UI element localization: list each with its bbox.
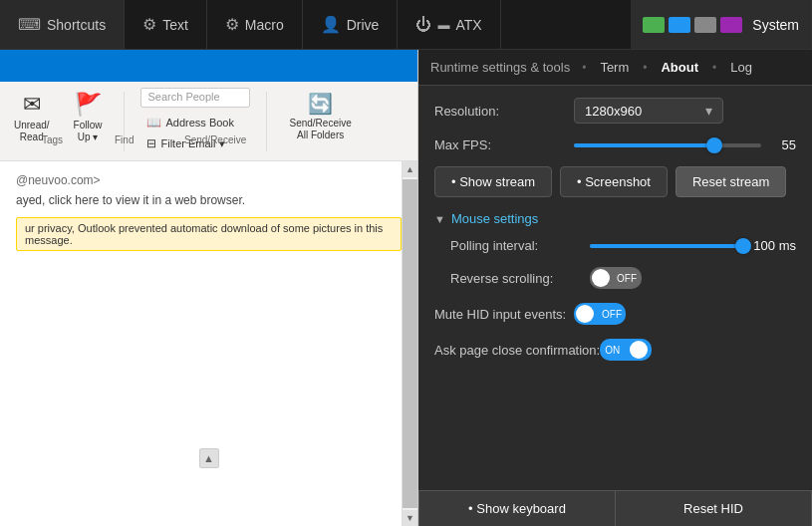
sys-icon-green — [643, 17, 665, 33]
unread-icon: ✉ — [23, 92, 41, 118]
toggle-knob-reverse — [592, 269, 610, 287]
email-warning: ur privacy, Outlook prevented automatic … — [16, 217, 402, 251]
resolution-row: Resolution: 1280x960 ▾ — [434, 98, 796, 124]
address-book-label: Address Book — [165, 117, 233, 129]
tab-term[interactable]: Term — [594, 58, 635, 77]
ribbon-address-book[interactable]: 📖 Address Book — [140, 114, 250, 132]
polling-slider-thumb[interactable] — [735, 238, 751, 254]
dropdown-arrow-icon: ▾ — [705, 103, 712, 119]
separator-2: • — [643, 61, 647, 75]
tags-label: Tags — [42, 134, 63, 145]
stream-action-buttons: • Show stream • Screenshot Reset stream — [434, 166, 796, 197]
maxfps-slider-thumb[interactable] — [706, 137, 722, 153]
main-area: ✉ Unread/Read 🚩 FollowUp ▾ Search People… — [0, 50, 812, 526]
search-people-input[interactable]: Search People — [140, 88, 250, 108]
flag-icon: 🚩 — [75, 92, 102, 118]
maxfps-label: Max FPS: — [434, 137, 574, 152]
outlook-content: @neuvoo.com> ayed, click here to view it… — [0, 161, 417, 263]
scroll-up-btn[interactable]: ▲ — [199, 448, 219, 468]
mouse-settings-header[interactable]: ▼ Mouse settings — [434, 211, 796, 226]
nav-macro[interactable]: ⚙ Macro — [207, 0, 303, 49]
ask-page-close-toggle[interactable]: ON — [600, 339, 652, 361]
bottom-action-row: • Show keyboard Reset HID — [418, 490, 812, 526]
mouse-settings-group: Polling interval: 100 ms Reverse scrolli… — [434, 238, 796, 289]
filter-icon: ⊟ — [146, 136, 156, 150]
outlook-ribbon — [0, 50, 417, 82]
tab-log[interactable]: Log — [724, 58, 758, 77]
resolution-label: Resolution: — [434, 104, 574, 119]
scroll-up-arrow[interactable]: ▲ — [403, 161, 418, 177]
atx-icon2: ▬ — [437, 18, 449, 32]
follow-up-label: FollowUp ▾ — [74, 120, 103, 143]
sys-icon-blue — [669, 17, 690, 33]
subtabs-bar: Runtime settings & tools • Term • About … — [418, 50, 812, 86]
scrollbar: ▲ ▼ — [402, 161, 417, 526]
maxfps-row: Max FPS: 55 — [434, 137, 796, 152]
mute-hid-state: OFF — [602, 309, 622, 320]
polling-slider-fill — [590, 244, 743, 248]
keyboard-icon: ⌨ — [18, 15, 41, 34]
mute-hid-label: Mute HID input events: — [434, 307, 574, 322]
drive-icon: 👤 — [321, 15, 341, 34]
ribbon-send-receive[interactable]: 🔄 Send/ReceiveAll Folders — [283, 88, 357, 145]
nav-system[interactable]: System — [631, 0, 812, 49]
left-panel: ✉ Unread/Read 🚩 FollowUp ▾ Search People… — [0, 50, 418, 526]
separator-3: • — [712, 61, 716, 75]
polling-label: Polling interval: — [450, 238, 590, 253]
mouse-settings-title: Mouse settings — [451, 211, 538, 226]
gear-icon-text: ⚙ — [142, 15, 156, 34]
find-label: Find — [115, 134, 134, 145]
ask-page-close-state: ON — [605, 345, 620, 356]
reset-stream-button[interactable]: Reset stream — [676, 166, 786, 197]
sys-icon-purple — [720, 17, 742, 33]
power-icon: ⏻ — [415, 16, 431, 34]
resolution-value: 1280x960 — [585, 104, 642, 119]
maxfps-value: 55 — [771, 137, 796, 152]
send-receive-label: Send/ReceiveAll Folders — [289, 118, 351, 141]
gear-icon-macro: ⚙ — [225, 15, 239, 34]
mute-hid-toggle[interactable]: OFF — [574, 303, 626, 325]
reverse-scrolling-row: Reverse scrolling: OFF — [450, 267, 796, 289]
scroll-thumb[interactable] — [403, 179, 417, 508]
polling-slider-container: 100 ms — [590, 238, 796, 253]
nav-macro-label: Macro — [245, 17, 284, 33]
outlook-ribbon-bar: ✉ Unread/Read 🚩 FollowUp ▾ Search People… — [0, 82, 417, 161]
email-body: ayed, click here to view it in a web bro… — [16, 191, 402, 209]
book-icon: 📖 — [146, 116, 161, 130]
ask-page-close-label: Ask page close confirmation: — [434, 343, 600, 358]
nav-atx[interactable]: ⏻ ▬ ATX — [398, 0, 500, 49]
nav-atx-label: ATX — [455, 17, 481, 33]
show-stream-button[interactable]: • Show stream — [434, 166, 552, 197]
send-receive-icon: 🔄 — [308, 92, 333, 116]
maxfps-slider-container: 55 — [574, 137, 796, 152]
resolution-dropdown[interactable]: 1280x960 ▾ — [574, 98, 723, 124]
tab-about[interactable]: About — [655, 58, 704, 77]
nav-text-label: Text — [162, 17, 188, 33]
polling-value: 100 ms — [753, 238, 796, 253]
right-panel: Runtime settings & tools • Term • About … — [418, 50, 812, 526]
nav-shortcuts-label: Shortcuts — [47, 17, 106, 33]
email-from: @neuvoo.com> — [16, 173, 402, 187]
nav-text[interactable]: ⚙ Text — [125, 0, 207, 49]
subtabs-label: Runtime settings & tools — [430, 60, 570, 75]
screenshot-button[interactable]: • Screenshot — [560, 166, 668, 197]
reverse-scrolling-toggle[interactable]: OFF — [590, 267, 642, 289]
nav-shortcuts[interactable]: ⌨ Shortcuts — [0, 0, 125, 49]
mute-hid-row: Mute HID input events: OFF — [434, 303, 796, 325]
reset-hid-button[interactable]: Reset HID — [616, 490, 812, 526]
nav-drive-label: Drive — [347, 17, 380, 33]
settings-content: Resolution: 1280x960 ▾ Max FPS: 55 — [418, 86, 812, 486]
send-receive-group-label: Send/Receive — [184, 134, 246, 145]
sys-icon-gray — [694, 17, 716, 33]
scroll-down-arrow[interactable]: ▼ — [403, 510, 418, 526]
show-keyboard-button[interactable]: • Show keyboard — [418, 490, 616, 526]
polling-slider-track — [590, 244, 743, 248]
nav-drive[interactable]: 👤 Drive — [303, 0, 399, 49]
search-placeholder: Search People — [147, 91, 219, 103]
separator-1: • — [582, 61, 586, 75]
ribbon-follow-up[interactable]: 🚩 FollowUp ▾ — [68, 88, 109, 147]
ask-page-close-row: Ask page close confirmation: ON — [434, 339, 796, 361]
maxfps-slider-fill — [574, 143, 714, 147]
toggle-knob-mute — [576, 305, 594, 323]
nav-system-label: System — [752, 17, 799, 33]
